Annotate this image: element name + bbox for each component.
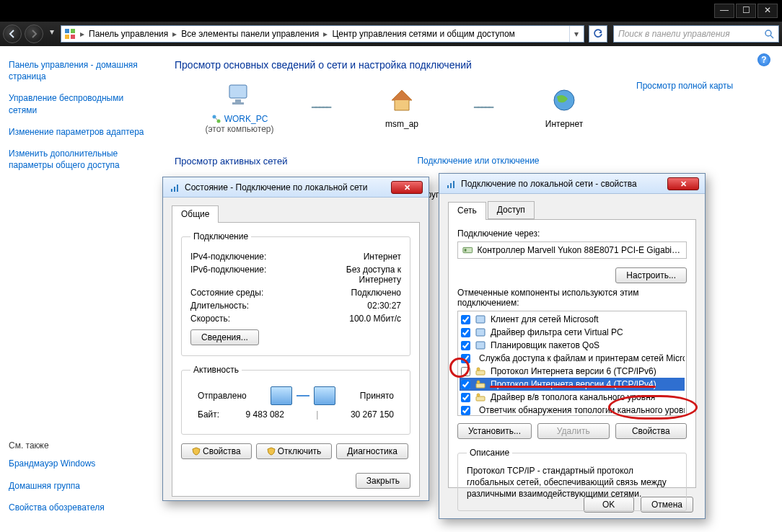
component-checkbox[interactable] xyxy=(461,328,470,337)
close-button[interactable]: Закрыть xyxy=(356,473,410,489)
shield-icon xyxy=(192,447,201,456)
disable-button[interactable]: Отключить xyxy=(256,443,333,459)
network-status-icon xyxy=(445,178,457,190)
adapter-name: Контроллер Marvell Yukon 88E8071 PCI-E G… xyxy=(478,245,682,255)
refresh-button[interactable] xyxy=(589,25,607,43)
component-icon xyxy=(475,314,486,325)
component-item[interactable]: Протокол Интернета версии 6 (TCP/IPv6) xyxy=(460,365,685,378)
window-close-button[interactable]: ✕ xyxy=(757,4,778,18)
breadcrumb-item[interactable]: Панель управления xyxy=(86,29,171,39)
network-node-internet[interactable]: Интернет xyxy=(521,86,607,129)
component-item[interactable]: Протокол Интернета версии 4 (TCP/IPv4) xyxy=(460,378,685,391)
component-icon xyxy=(475,391,486,403)
ipv6-label: IPv6-подключение: xyxy=(190,265,320,285)
sidebar-item-sharing[interactable]: Изменить дополнительные параметры общего… xyxy=(9,148,149,171)
router-name: msm_ap xyxy=(359,119,445,129)
breadcrumb-item[interactable]: Центр управления сетями и общим доступом xyxy=(329,29,518,39)
nic-icon xyxy=(462,244,473,256)
svg-rect-21 xyxy=(465,249,467,252)
link-icon xyxy=(296,392,309,399)
connect-via-label: Подключение через: xyxy=(457,229,687,239)
properties-button[interactable]: Свойства xyxy=(181,443,252,459)
recv-label: Принято xyxy=(360,391,394,401)
tab-network[interactable]: Сеть xyxy=(448,202,486,220)
search-placeholder: Поиск в панели управления xyxy=(618,29,730,39)
component-checkbox[interactable] xyxy=(461,406,470,415)
forward-button[interactable] xyxy=(25,25,43,43)
arrow-right-icon xyxy=(30,30,38,38)
diagnostics-button[interactable]: Диагностика xyxy=(336,443,408,459)
component-checkbox[interactable] xyxy=(461,393,470,402)
breadcrumb[interactable]: ▸ Панель управления ▸ Все элементы панел… xyxy=(61,25,584,43)
svg-rect-22 xyxy=(476,316,485,323)
component-icon xyxy=(475,327,486,338)
window-chrome: — ☐ ✕ xyxy=(0,0,782,22)
svg-rect-14 xyxy=(174,187,175,192)
component-checkbox[interactable] xyxy=(461,380,470,389)
tab-general[interactable]: Общие xyxy=(172,205,219,223)
svg-rect-15 xyxy=(177,185,178,192)
svg-line-11 xyxy=(215,118,217,120)
component-item[interactable]: Драйвер в/в тополога канального уровня xyxy=(460,391,685,404)
component-checkbox[interactable] xyxy=(461,315,470,324)
properties-dialog-title[interactable]: Подключение по локальной сети - свойства… xyxy=(439,174,705,194)
component-item[interactable]: Драйвер фильтра сети Virtual PC xyxy=(460,326,685,339)
sidebar-see-also-internet-options[interactable]: Свойства обозревателя xyxy=(9,502,149,513)
status-tabs: Общие xyxy=(172,205,420,223)
minimize-button[interactable]: — xyxy=(714,4,734,18)
status-dialog-title[interactable]: Состояние - Подключение по локальной сет… xyxy=(163,177,429,198)
status-dialog-close-button[interactable]: ✕ xyxy=(391,181,423,194)
ipv6-value: Без доступа к Интернету xyxy=(320,265,401,285)
component-checkbox[interactable] xyxy=(461,367,470,376)
search-input[interactable]: Поиск в панели управления xyxy=(613,25,779,43)
component-label: Служба доступа к файлам и принтерам сете… xyxy=(479,353,685,363)
sidebar-item-adapter[interactable]: Изменение параметров адаптера xyxy=(9,126,149,138)
monitor-icon xyxy=(271,386,292,405)
svg-rect-24 xyxy=(476,342,485,349)
component-icon xyxy=(475,340,486,351)
configure-button[interactable]: Настроить... xyxy=(615,267,687,283)
network-icon xyxy=(211,114,221,124)
component-icon xyxy=(475,378,486,390)
component-checkbox[interactable] xyxy=(461,354,470,363)
globe-icon xyxy=(550,86,579,115)
help-icon[interactable]: ? xyxy=(757,53,770,66)
properties-dialog-close-button[interactable]: ✕ xyxy=(667,177,699,190)
component-checkbox[interactable] xyxy=(461,341,470,350)
svg-rect-13 xyxy=(171,189,172,192)
component-properties-button[interactable]: Свойства xyxy=(615,423,687,439)
sidebar-see-also-firewall[interactable]: Брандмауэр Windows xyxy=(9,458,149,469)
component-item[interactable]: Планировщик пакетов QoS xyxy=(460,339,685,352)
nav-history-dropdown[interactable]: ▾ xyxy=(46,27,58,41)
sidebar-see-also-homegroup[interactable]: Домашняя группа xyxy=(9,480,149,492)
sent-label: Отправлено xyxy=(198,391,247,401)
svg-rect-23 xyxy=(476,329,485,336)
component-label: Драйвер фильтра сети Virtual PC xyxy=(491,327,623,337)
sidebar-item-wireless[interactable]: Управление беспроводными сетями xyxy=(9,92,149,115)
connect-disconnect-link[interactable]: Подключение или отключение xyxy=(417,156,539,171)
maximize-button[interactable]: ☐ xyxy=(736,4,756,18)
sidebar-home-link[interactable]: Панель управления - домашняя страница xyxy=(9,59,149,82)
component-item[interactable]: Клиент для сетей Microsoft xyxy=(460,313,685,326)
svg-rect-6 xyxy=(229,85,247,98)
breadcrumb-item[interactable]: Все элементы панели управления xyxy=(178,29,322,39)
network-node-pc[interactable]: WORK_PC (этот компьютер) xyxy=(196,81,283,134)
page-title: Просмотр основных сведений о сети и наст… xyxy=(175,59,765,71)
component-item[interactable]: Служба доступа к файлам и принтерам сете… xyxy=(460,352,685,365)
back-button[interactable] xyxy=(3,25,22,43)
component-item[interactable]: Ответчик обнаружения топологии канальног… xyxy=(460,404,685,416)
tab-access[interactable]: Доступ xyxy=(488,201,535,219)
ipv4-label: IPv4-подключение: xyxy=(190,252,320,262)
breadcrumb-dropdown[interactable]: ▾ xyxy=(569,26,582,42)
view-full-map-link[interactable]: Просмотр полной карты xyxy=(636,81,733,134)
internet-label: Интернет xyxy=(521,119,607,129)
components-list[interactable]: Клиент для сетей MicrosoftДрайвер фильтр… xyxy=(457,311,687,416)
svg-rect-26 xyxy=(476,371,485,375)
svg-rect-7 xyxy=(235,99,241,102)
install-button[interactable]: Установить... xyxy=(457,423,532,439)
network-node-router[interactable]: msm_ap xyxy=(359,86,445,129)
adapter-field: Контроллер Marvell Yukon 88E8071 PCI-E G… xyxy=(457,241,687,259)
svg-line-5 xyxy=(770,35,773,38)
details-button[interactable]: Сведения... xyxy=(190,329,259,345)
status-dialog: Состояние - Подключение по локальной сет… xyxy=(162,177,429,501)
